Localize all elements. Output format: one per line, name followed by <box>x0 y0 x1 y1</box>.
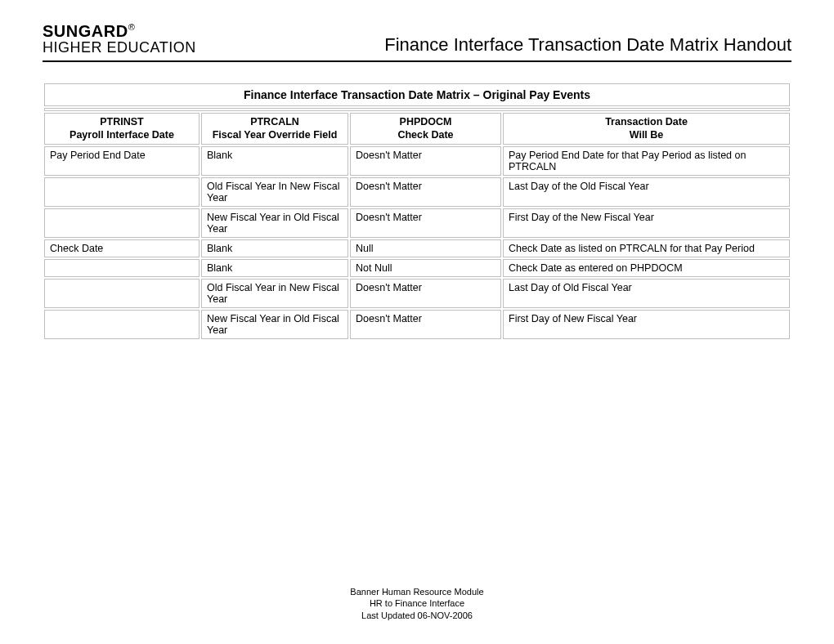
cell-c4: First Day of New Fiscal Year <box>503 310 790 339</box>
logo-brand: SUNGARD® <box>43 23 196 40</box>
cell-c1: Check Date <box>44 239 200 257</box>
cell-c1 <box>44 259 200 277</box>
table-row: Old Fiscal Year In New Fiscal Year Doesn… <box>44 177 790 207</box>
header-line2: Will Be <box>630 129 664 141</box>
cell-c3: Not Null <box>350 259 501 277</box>
document-page: SUNGARD® HIGHER EDUCATION Finance Interf… <box>0 0 834 644</box>
header-line1: PTRCALN <box>250 116 299 127</box>
cell-c2: Old Fiscal Year in New Fiscal Year <box>201 279 348 308</box>
cell-c2: Blank <box>201 146 348 176</box>
cell-c4: First Day of the New Fiscal Year <box>503 208 790 238</box>
table-row: Check Date Blank Null Check Date as list… <box>44 239 790 257</box>
cell-c2: Blank <box>201 239 348 257</box>
cell-c2: Old Fiscal Year In New Fiscal Year <box>201 177 348 207</box>
table-title: Finance Interface Transaction Date Matri… <box>44 83 790 106</box>
table-row: Pay Period End Date Blank Doesn't Matter… <box>44 146 790 176</box>
column-header-ptrcaln: PTRCALN Fiscal Year Override Field <box>201 113 348 145</box>
cell-c4: Last Day of the Old Fiscal Year <box>503 177 790 207</box>
logo: SUNGARD® HIGHER EDUCATION <box>43 23 196 56</box>
cell-c4: Last Day of Old Fiscal Year <box>503 279 790 308</box>
table-row: Blank Not Null Check Date as entered on … <box>44 259 790 277</box>
matrix-table: Finance Interface Transaction Date Matri… <box>43 82 791 341</box>
cell-c3: Null <box>350 239 501 257</box>
cell-c3: Doesn't Matter <box>350 279 501 308</box>
registered-icon: ® <box>128 22 136 32</box>
cell-c4: Check Date as listed on PTRCALN for that… <box>503 239 790 257</box>
page-title: Finance Interface Transaction Date Matri… <box>384 34 791 56</box>
cell-c3: Doesn't Matter <box>350 208 501 238</box>
cell-c4: Pay Period End Date for that Pay Period … <box>503 146 790 176</box>
cell-c2: New Fiscal Year in Old Fiscal Year <box>201 208 348 238</box>
cell-c3: Doesn't Matter <box>350 146 501 176</box>
table-spacer <box>44 108 790 111</box>
header-line1: Transaction Date <box>605 116 688 127</box>
header-line1: PTRINST <box>100 116 143 127</box>
logo-subtitle: HIGHER EDUCATION <box>43 40 196 56</box>
header-line2: Payroll Interface Date <box>70 129 174 141</box>
table-row: New Fiscal Year in Old Fiscal Year Doesn… <box>44 208 790 238</box>
footer-line1: Banner Human Resource Module <box>0 586 834 597</box>
page-header: SUNGARD® HIGHER EDUCATION Finance Interf… <box>43 23 791 62</box>
table-title-row: Finance Interface Transaction Date Matri… <box>44 83 790 106</box>
cell-c3: Doesn't Matter <box>350 177 501 207</box>
header-line2: Fiscal Year Override Field <box>213 129 338 141</box>
cell-c1 <box>44 208 200 238</box>
footer-line2: HR to Finance Interface <box>0 597 834 609</box>
cell-c1 <box>44 310 200 339</box>
header-line1: PHPDOCM <box>400 116 452 127</box>
cell-c2: New Fiscal Year in Old Fiscal Year <box>201 310 348 339</box>
logo-top-text: SUNGARD <box>43 22 128 40</box>
cell-c4: Check Date as entered on PHPDOCM <box>503 259 790 277</box>
cell-c1 <box>44 279 200 308</box>
cell-c2: Blank <box>201 259 348 277</box>
column-header-phpdocm: PHPDOCM Check Date <box>350 113 501 145</box>
column-header-transaction-date: Transaction Date Will Be <box>503 113 790 145</box>
header-line2: Check Date <box>397 129 453 141</box>
page-footer: Banner Human Resource Module HR to Finan… <box>0 586 834 621</box>
table-row: New Fiscal Year in Old Fiscal Year Doesn… <box>44 310 790 339</box>
table-header-row: PTRINST Payroll Interface Date PTRCALN F… <box>44 113 790 145</box>
table-row: Old Fiscal Year in New Fiscal Year Doesn… <box>44 279 790 308</box>
cell-c1: Pay Period End Date <box>44 146 200 176</box>
footer-line3: Last Updated 06-NOV-2006 <box>0 610 834 621</box>
table-spacer-row <box>44 108 790 111</box>
cell-c1 <box>44 177 200 207</box>
column-header-ptrinst: PTRINST Payroll Interface Date <box>44 113 200 145</box>
cell-c3: Doesn't Matter <box>350 310 501 339</box>
